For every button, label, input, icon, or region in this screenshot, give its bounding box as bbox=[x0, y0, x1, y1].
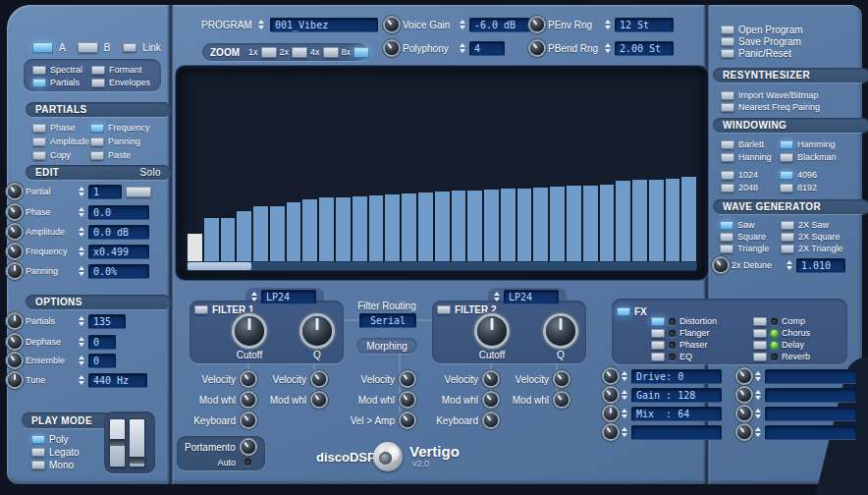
penv-rng-knob[interactable] bbox=[530, 18, 544, 31]
panning-value[interactable]: 0.0% bbox=[88, 264, 149, 279]
partial-knob[interactable] bbox=[8, 185, 22, 198]
panning-button[interactable] bbox=[90, 138, 104, 146]
fx-param-l3-spinner[interactable] bbox=[622, 409, 627, 418]
fx-param-l4-knob[interactable] bbox=[604, 425, 618, 439]
filter2-cutoff-modwhl-knob[interactable] bbox=[484, 393, 498, 407]
routing-velocity-knob[interactable] bbox=[401, 372, 414, 386]
spectrum-bar[interactable] bbox=[648, 179, 665, 261]
spectrum-bar[interactable] bbox=[566, 185, 582, 261]
pitch-wheel-slider[interactable] bbox=[129, 418, 145, 468]
paste-button[interactable] bbox=[90, 151, 104, 160]
phaser-button[interactable] bbox=[651, 341, 665, 350]
spectrum-bar[interactable] bbox=[599, 184, 616, 261]
pbend-rng-knob[interactable] bbox=[530, 41, 544, 55]
spectrum-bar[interactable] bbox=[582, 185, 599, 261]
nearest-freq-pairing-button[interactable] bbox=[721, 103, 734, 112]
spectrum-bar[interactable] bbox=[384, 193, 401, 261]
portamento-auto-led[interactable] bbox=[244, 459, 251, 466]
routing-modwhl-knob[interactable] bbox=[401, 393, 414, 407]
filter2-cutoff-knob[interactable] bbox=[477, 316, 507, 346]
frequency-value[interactable]: x0.499 bbox=[88, 245, 149, 259]
filter1-enable-button[interactable] bbox=[194, 305, 208, 314]
partials-count-knob[interactable] bbox=[8, 314, 22, 328]
filter1-cutoff-knob[interactable] bbox=[235, 316, 264, 346]
detune-spinner[interactable] bbox=[787, 260, 792, 270]
phase-button[interactable] bbox=[32, 124, 46, 133]
spectrum-bar[interactable] bbox=[352, 195, 368, 261]
flanger-button[interactable] bbox=[651, 329, 665, 338]
filter2-q-velocity-knob[interactable] bbox=[555, 372, 569, 386]
filter2-q-modwhl-knob[interactable] bbox=[555, 393, 569, 407]
spectral-button[interactable] bbox=[32, 66, 46, 75]
spectrum-bar[interactable] bbox=[466, 190, 483, 261]
link-button[interactable] bbox=[123, 43, 136, 52]
copy-button[interactable] bbox=[32, 151, 46, 160]
blackman-button[interactable] bbox=[780, 153, 793, 162]
spectrum-bar[interactable] bbox=[417, 192, 434, 261]
phase-value[interactable]: 0.0 bbox=[88, 205, 149, 220]
reverb-button[interactable] bbox=[753, 353, 767, 361]
saw-button[interactable] bbox=[720, 221, 733, 230]
spectrum-bar[interactable] bbox=[301, 198, 318, 261]
dephase-spinner[interactable] bbox=[79, 337, 84, 347]
spectrum-bar[interactable] bbox=[665, 178, 681, 261]
spectrum-bar[interactable] bbox=[615, 180, 631, 261]
detune-knob[interactable] bbox=[714, 258, 728, 272]
filter1-cutoff-velocity-knob[interactable] bbox=[242, 372, 255, 386]
amplitude-value[interactable]: 0.0 dB bbox=[88, 225, 149, 240]
spectrum-scrollbar-thumb[interactable] bbox=[188, 262, 251, 270]
spectrum-bar[interactable] bbox=[631, 179, 648, 261]
dephase-knob[interactable] bbox=[8, 335, 22, 349]
filter1-type-value[interactable]: LP24 bbox=[261, 290, 316, 304]
fx-enable-button[interactable] bbox=[617, 307, 630, 316]
program-spinner[interactable] bbox=[258, 20, 264, 29]
legato-button[interactable] bbox=[31, 448, 45, 457]
fx-param-l3-value[interactable]: Mix : 64 bbox=[631, 407, 722, 421]
fx-param-r1-value[interactable] bbox=[765, 369, 857, 384]
ensemble-knob[interactable] bbox=[8, 354, 22, 367]
voice-gain-value[interactable]: -6.0 dB bbox=[469, 18, 530, 32]
fx-param-r4-spinner[interactable] bbox=[755, 427, 761, 437]
amplitude-knob[interactable] bbox=[8, 225, 22, 239]
solo-button[interactable] bbox=[126, 187, 151, 197]
voice-gain-spinner[interactable] bbox=[460, 20, 465, 29]
formant-button[interactable] bbox=[91, 66, 105, 75]
save-program-button[interactable] bbox=[721, 37, 734, 46]
spectrum-scrollbar[interactable] bbox=[187, 261, 697, 271]
layer-b-button[interactable] bbox=[78, 42, 98, 53]
spectrum-bar[interactable] bbox=[451, 190, 467, 261]
zoom-4x-button[interactable] bbox=[323, 47, 339, 58]
detune-value[interactable]: 1.010 bbox=[796, 258, 845, 273]
pbend-rng-spinner[interactable] bbox=[605, 43, 611, 53]
frequency-spinner[interactable] bbox=[79, 247, 84, 256]
fx-param-r3-value[interactable] bbox=[765, 407, 857, 421]
partials-count-spinner[interactable] bbox=[79, 316, 84, 326]
fft-1024-button[interactable] bbox=[721, 171, 734, 180]
partial-value[interactable]: 1 bbox=[88, 185, 122, 199]
zoom-8x-button[interactable] bbox=[353, 47, 369, 58]
portamento-knob[interactable] bbox=[242, 440, 255, 454]
filter1-keyboard-knob[interactable] bbox=[242, 413, 255, 427]
frequency-knob[interactable] bbox=[8, 245, 22, 258]
fx-param-l2-knob[interactable] bbox=[604, 388, 618, 402]
penv-rng-spinner[interactable] bbox=[605, 20, 611, 29]
fft-8192-button[interactable] bbox=[780, 184, 793, 192]
tune-knob[interactable] bbox=[8, 373, 22, 387]
fx-param-l4-value[interactable] bbox=[631, 425, 722, 440]
panning-spinner[interactable] bbox=[79, 266, 84, 276]
import-wave-bitmap-button[interactable] bbox=[721, 91, 734, 100]
filter-routing-mode[interactable]: Serial bbox=[359, 313, 416, 328]
delay-button[interactable] bbox=[753, 341, 767, 350]
spectrum-bar[interactable] bbox=[335, 196, 352, 261]
filter2-enable-button[interactable] bbox=[437, 305, 451, 314]
spectrum-bar[interactable] bbox=[236, 210, 252, 261]
spectrum-bar[interactable] bbox=[269, 205, 286, 261]
fx-param-r4-value[interactable] bbox=[765, 425, 857, 440]
fft-4096-button[interactable] bbox=[780, 171, 793, 180]
2x-triangle-button[interactable] bbox=[781, 245, 794, 253]
spectrum-bar[interactable] bbox=[220, 217, 237, 261]
ensemble-spinner[interactable] bbox=[79, 356, 84, 365]
eq-button[interactable] bbox=[651, 353, 665, 361]
filter2-type-spinner[interactable] bbox=[494, 292, 500, 302]
fx-param-l3-knob[interactable] bbox=[604, 407, 618, 420]
